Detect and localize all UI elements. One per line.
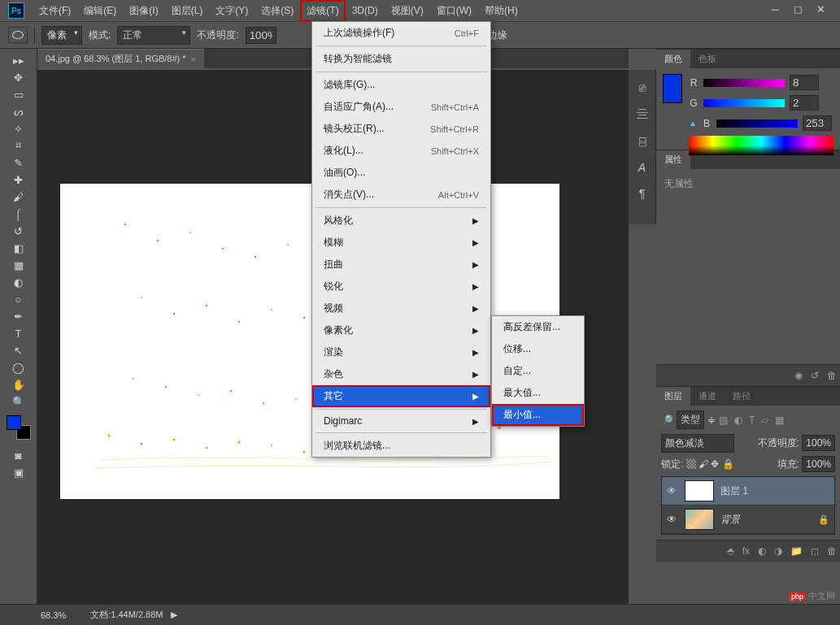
blur-tool[interactable]: ◐ bbox=[9, 274, 28, 290]
document-info[interactable]: 文档:1.44M/2.88M ▶ bbox=[90, 609, 176, 621]
visibility-icon[interactable]: 👁 bbox=[667, 485, 678, 497]
delete-layer-icon[interactable]: 🗑 bbox=[827, 545, 837, 557]
filter-menu-gallery[interactable]: 滤镜库(G)... bbox=[312, 74, 490, 96]
history-brush-tool[interactable]: ↺ bbox=[9, 223, 28, 239]
menu-select[interactable]: 选择(S) bbox=[255, 0, 300, 22]
eyedropper-tool[interactable]: ✎ bbox=[9, 154, 28, 171]
layers-tab[interactable]: 图层 bbox=[656, 387, 690, 406]
foreground-color[interactable] bbox=[7, 415, 21, 430]
filter-menu-stylize[interactable]: 风格化▶ bbox=[312, 210, 490, 232]
layer-name[interactable]: 背景 bbox=[720, 513, 740, 527]
layer-thumbnail[interactable] bbox=[685, 509, 714, 530]
menu-edit[interactable]: 编辑(E) bbox=[77, 0, 123, 22]
menu-help[interactable]: 帮助(H) bbox=[478, 0, 524, 22]
pen-tool[interactable]: ✒ bbox=[9, 308, 28, 324]
filter-menu-noise[interactable]: 杂色▶ bbox=[312, 363, 490, 385]
menu-type[interactable]: 文字(Y) bbox=[209, 0, 255, 22]
blend-mode-dropdown[interactable]: 正常 bbox=[117, 26, 190, 45]
lock-transparency-icon[interactable]: ▩ bbox=[686, 458, 696, 470]
menu-3d[interactable]: 3D(D) bbox=[346, 1, 385, 20]
b-slider[interactable] bbox=[716, 119, 798, 128]
menu-view[interactable]: 视图(V) bbox=[385, 0, 430, 22]
props-icon-1[interactable]: ◉ bbox=[794, 370, 803, 381]
layer-item[interactable]: 👁 图层 1 bbox=[662, 477, 834, 506]
close-button[interactable]: ✕ bbox=[809, 2, 832, 16]
filter-menu-distort[interactable]: 扭曲▶ bbox=[312, 254, 490, 276]
r-slider[interactable] bbox=[703, 79, 785, 87]
character-icon[interactable]: 亖 bbox=[637, 107, 648, 122]
g-slider[interactable] bbox=[703, 99, 785, 107]
submenu-highpass[interactable]: 高反差保留... bbox=[492, 316, 584, 338]
filter-menu-last[interactable]: 上次滤镜操作(F) Ctrl+F bbox=[312, 22, 490, 44]
layer-item[interactable]: 👁 背景 🔒 bbox=[662, 506, 834, 534]
filter-menu-digimarc[interactable]: Digimarc▶ bbox=[312, 411, 490, 431]
brush-tool[interactable]: 🖌 bbox=[9, 189, 28, 205]
properties-tab[interactable]: 属性 bbox=[656, 150, 690, 169]
layer-filter-dropdown[interactable]: 类型 bbox=[677, 410, 704, 429]
submenu-offset[interactable]: 位移... bbox=[492, 338, 584, 360]
hand-tool[interactable]: ✋ bbox=[9, 376, 28, 393]
filter-smart-icon[interactable]: ▦ bbox=[775, 414, 784, 426]
link-layers-icon[interactable]: ⬘ bbox=[727, 545, 734, 557]
swatches-tab[interactable]: 色板 bbox=[690, 50, 725, 68]
shape-type-dropdown[interactable]: 像素 bbox=[41, 26, 82, 45]
b-value[interactable] bbox=[803, 115, 832, 131]
lock-pixels-icon[interactable]: 🖌 bbox=[699, 458, 708, 470]
color-tab[interactable]: 颜色 bbox=[656, 50, 690, 68]
opacity-input[interactable] bbox=[246, 27, 276, 44]
paths-tab[interactable]: 路径 bbox=[725, 387, 759, 406]
submenu-custom[interactable]: 自定... bbox=[492, 360, 584, 382]
filter-menu-pixelate[interactable]: 像素化▶ bbox=[312, 319, 490, 341]
filter-menu-render[interactable]: 渲染▶ bbox=[312, 341, 490, 363]
filter-pixel-icon[interactable]: ▨ bbox=[719, 414, 728, 426]
props-icon-2[interactable]: ↺ bbox=[811, 370, 819, 381]
r-value[interactable] bbox=[790, 75, 819, 90]
filter-menu-oil[interactable]: 油画(O)... bbox=[312, 162, 490, 184]
g-value[interactable] bbox=[790, 95, 819, 111]
healing-brush-tool[interactable]: ✚ bbox=[9, 171, 28, 188]
paragraph-icon[interactable]: ¶ bbox=[639, 187, 646, 200]
filter-menu-other[interactable]: 其它▶ bbox=[312, 385, 490, 407]
maximize-button[interactable]: ◻ bbox=[786, 2, 809, 16]
channels-tab[interactable]: 通道 bbox=[690, 387, 725, 406]
expand-toolbox-icon[interactable]: ▸▸ bbox=[9, 52, 28, 68]
menu-image[interactable]: 图像(I) bbox=[123, 0, 164, 22]
menu-filter[interactable]: 滤镜(T) bbox=[300, 0, 345, 22]
layer-thumbnail[interactable] bbox=[685, 480, 714, 501]
filter-shape-icon[interactable]: ▱ bbox=[761, 414, 768, 426]
crop-tool[interactable]: ⌗ bbox=[9, 137, 28, 154]
lock-all-icon[interactable]: 🔒 bbox=[722, 458, 734, 470]
eraser-tool[interactable]: ◧ bbox=[9, 240, 28, 256]
color-spectrum[interactable] bbox=[689, 136, 833, 155]
history-icon[interactable]: ⎚ bbox=[639, 81, 646, 94]
filter-menu-video[interactable]: 视频▶ bbox=[312, 297, 490, 319]
swatches-icon[interactable]: ⌸ bbox=[639, 135, 646, 148]
filter-adjustment-icon[interactable]: ◐ bbox=[734, 414, 742, 426]
filter-menu-adaptive[interactable]: 自适应广角(A)...Shift+Ctrl+A bbox=[312, 96, 490, 118]
filter-menu-liquify[interactable]: 液化(L)...Shift+Ctrl+X bbox=[312, 140, 490, 162]
minimize-button[interactable]: ─ bbox=[764, 2, 786, 16]
adjustment-layer-icon[interactable]: ◑ bbox=[774, 545, 782, 557]
shape-tool[interactable]: ◯ bbox=[9, 359, 28, 375]
layer-group-icon[interactable]: 📁 bbox=[790, 545, 803, 557]
dodge-tool[interactable]: ○ bbox=[9, 291, 28, 307]
search-icon[interactable]: 🔎 bbox=[661, 414, 673, 426]
move-tool[interactable]: ✥ bbox=[9, 69, 28, 85]
filter-type-icon[interactable]: T bbox=[749, 414, 755, 426]
filter-menu-vanishing[interactable]: 消失点(V)...Alt+Ctrl+V bbox=[312, 184, 490, 206]
quickmask-tool[interactable]: ◙ bbox=[9, 447, 28, 463]
layer-fx-icon[interactable]: fx bbox=[742, 545, 750, 557]
props-trash-icon[interactable]: 🗑 bbox=[827, 370, 837, 381]
current-tool-indicator[interactable] bbox=[8, 27, 28, 43]
new-layer-icon[interactable]: ◻ bbox=[811, 545, 819, 557]
filter-menu-blur[interactable]: 模糊▶ bbox=[312, 232, 490, 254]
document-tab[interactable]: 04.jpg @ 68.3% (图层 1, RGB/8#) * × bbox=[37, 49, 204, 68]
submenu-minimum[interactable]: 最小值... bbox=[492, 404, 584, 426]
gradient-tool[interactable]: ▦ bbox=[9, 257, 28, 273]
screenmode-tool[interactable]: ▣ bbox=[9, 464, 28, 480]
magic-wand-tool[interactable]: ✧ bbox=[9, 120, 28, 137]
menu-file[interactable]: 文件(F) bbox=[33, 0, 77, 22]
clone-stamp-tool[interactable]: ⌠ bbox=[9, 206, 28, 222]
filter-menu-browse[interactable]: 浏览联机滤镜... bbox=[312, 435, 490, 457]
layer-name[interactable]: 图层 1 bbox=[720, 484, 748, 498]
